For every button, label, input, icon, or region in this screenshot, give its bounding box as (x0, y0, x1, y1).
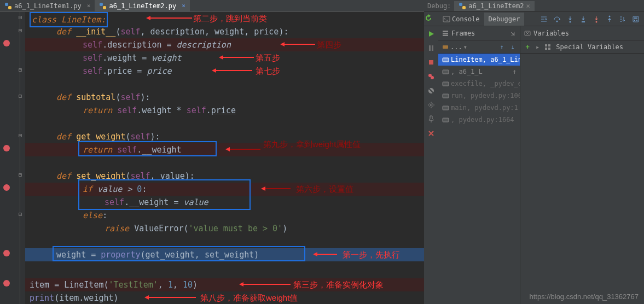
svg-rect-23 (443, 31, 448, 32)
prev-frame-icon[interactable]: ↑ (498, 43, 506, 51)
show-execution-point-icon[interactable] (539, 14, 549, 24)
code-area[interactable]: class LineItem: def __init__(self, descr… (25, 12, 424, 304)
code-text: item = LineItem( (30, 280, 109, 290)
svg-rect-17 (432, 45, 433, 51)
step-into-my-code-icon[interactable] (578, 14, 588, 24)
fold-marker-icon[interactable]: ⊟ (18, 93, 23, 98)
run-to-cursor-icon[interactable] (618, 14, 628, 24)
svg-point-7 (556, 20, 558, 22)
code-text: ): (141, 92, 150, 102)
nav-up-icon[interactable]: ↑ (513, 68, 517, 75)
step-over-icon[interactable] (552, 14, 562, 24)
view-breakpoints-icon[interactable] (427, 72, 436, 81)
code-text: def (56, 27, 76, 37)
code-text: ValueError (134, 224, 183, 233)
code-text: 1 (168, 280, 173, 290)
frame-row[interactable]: LineItem, a6_1_Line (438, 54, 520, 66)
svg-rect-35 (548, 44, 550, 46)
tab-file-1[interactable]: a6_1_LineItem1.py × (0, 0, 95, 12)
debug-pane: Debug: a6_1_LineItem2 × Console (424, 0, 644, 304)
svg-rect-16 (429, 45, 431, 51)
close-icon[interactable]: × (182, 2, 185, 9)
code-text: else (83, 211, 102, 220)
breakpoint-icon[interactable] (3, 145, 10, 151)
fold-marker-icon[interactable]: ⊟ (18, 132, 23, 138)
breakpoint-icon[interactable] (3, 250, 10, 256)
gutter[interactable]: ⊟ ⊟ ⊟ ⊟ ⊟ ⊟ ⊟ (0, 12, 25, 304)
code-text: self (83, 66, 102, 76)
force-step-into-icon[interactable] (591, 14, 601, 24)
step-into-icon[interactable] (565, 14, 575, 24)
breakpoint-icon[interactable] (3, 280, 10, 287)
run-config-tab[interactable]: a6_1_LineItem2 × (454, 1, 534, 11)
frame-text: main, pydevd.py:1 (451, 104, 518, 112)
annotation-arrow (221, 57, 254, 58)
frame-icon (442, 68, 449, 75)
svg-rect-6 (443, 16, 450, 22)
tab-console[interactable]: Console (438, 13, 484, 26)
annotation-arrow (148, 17, 192, 19)
variables-panel: Variables + ▸ Special Variables (520, 26, 644, 304)
fold-marker-icon[interactable]: ⊟ (18, 67, 23, 72)
frame-icon (442, 56, 449, 63)
restore-layout-icon[interactable]: ⇲ (509, 30, 517, 37)
thread-dropdown[interactable]: ... (450, 43, 462, 51)
resume-icon[interactable] (427, 30, 436, 38)
fold-marker-icon[interactable]: ⊟ (18, 172, 23, 177)
frame-icon (442, 104, 449, 112)
annotation-arrow (241, 284, 291, 285)
svg-point-20 (431, 76, 434, 79)
frame-row[interactable]: execfile, _pydev_ex↓ (438, 78, 520, 90)
step-out-icon[interactable] (605, 14, 614, 24)
close-icon[interactable]: × (526, 2, 530, 10)
annotation-arrow (228, 149, 260, 150)
pause-icon[interactable] (427, 44, 436, 52)
code-text: .price = (102, 66, 147, 76)
frame-row[interactable]: , a6_1_L↑ (438, 66, 520, 78)
svg-rect-3 (103, 6, 106, 9)
evaluate-expression-icon[interactable] (631, 14, 641, 24)
fold-marker-icon[interactable]: ⊟ (18, 14, 23, 20)
editor-body[interactable]: ⊟ ⊟ ⊟ ⊟ ⊟ ⊟ ⊟ class LineItem: def __init… (0, 12, 424, 304)
frames-label: Frames (451, 30, 475, 37)
frame-text: , a6_1_L (451, 68, 483, 75)
chevron-right-icon[interactable]: ▸ (536, 43, 539, 51)
pin-icon[interactable] (427, 115, 436, 124)
svg-rect-30 (443, 94, 449, 98)
close-icon[interactable] (427, 129, 436, 138)
frames-icon (442, 30, 449, 37)
code-text: get_weight (76, 132, 125, 142)
stop-icon[interactable] (427, 58, 436, 67)
svg-rect-5 (462, 6, 466, 9)
editor-pane: a6_1_LineItem1.py × a6_1_LineItem2.py × … (0, 0, 424, 304)
chevron-down-icon[interactable]: ▾ (463, 43, 467, 51)
frame-text: run, pydevd.py:106 (451, 92, 520, 100)
breakpoint-icon[interactable] (3, 184, 10, 191)
debug-label: Debug: (427, 2, 451, 10)
code-text: , (158, 280, 168, 290)
code-text: self (120, 27, 140, 37)
svg-point-10 (596, 21, 597, 22)
frame-row[interactable]: run, pydevd.py:106 (438, 90, 520, 102)
tab-debugger[interactable]: Debugger (484, 13, 525, 26)
next-frame-icon[interactable]: ↓ (509, 43, 517, 51)
close-icon[interactable]: × (87, 2, 91, 9)
breakpoint-icon[interactable] (3, 40, 10, 46)
tab-file-2[interactable]: a6_1_LineItem2.py × (95, 0, 189, 12)
tab-label: a6_1_LineItem1.py (14, 2, 82, 10)
rerun-icon[interactable] (424, 14, 433, 22)
frame-row[interactable]: , pydevd.py:1664 (438, 114, 520, 126)
code-text: self (187, 106, 206, 115)
code-text: : (102, 211, 107, 220)
fold-marker-icon[interactable]: ⊟ (18, 211, 23, 217)
fold-marker-icon[interactable]: ⊟ (18, 27, 23, 33)
settings-icon[interactable] (427, 101, 436, 109)
add-watch-icon[interactable]: + (524, 43, 531, 51)
code-text: description (177, 40, 231, 50)
frame-row[interactable]: main, pydevd.py:1⇲ (438, 102, 520, 114)
annotation-arrow (263, 188, 291, 189)
highlight-box (53, 246, 305, 261)
code-text: ( (184, 224, 189, 233)
mute-breakpoints-icon[interactable] (427, 86, 436, 95)
special-variables[interactable]: Special Variables (556, 43, 623, 51)
